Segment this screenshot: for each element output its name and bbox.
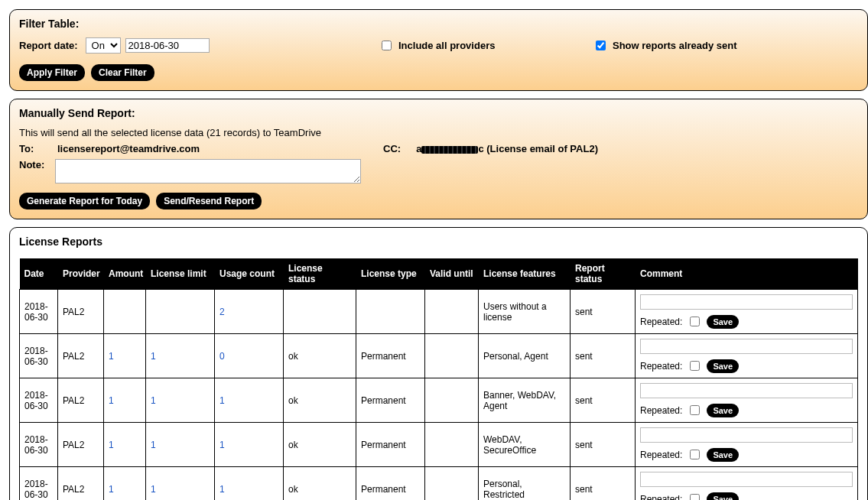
cell-type: Permanent [356,334,425,378]
column-header: License limit [146,258,215,290]
show-sent-checkbox[interactable] [596,41,606,50]
table-row: 2018-06-30PAL2111okPermanentWebDAV, Secu… [20,423,858,467]
cell-comment: Repeated:Save [636,423,858,467]
cell-usage: 0 [215,334,284,378]
column-header: Date [20,258,58,290]
to-value: licensereport@teamdrive.com [57,143,200,154]
cell-valid [425,467,479,501]
cell-usage: 1 [215,423,284,467]
cell-limit [146,290,215,334]
clear-filter-button[interactable]: Clear Filter [91,64,154,81]
cell-valid [425,334,479,378]
column-header: Usage count [215,258,284,290]
show-sent-label: Show reports already sent [613,40,737,51]
reports-title: License Reports [19,235,858,248]
cell-limit: 1 [146,334,215,378]
include-all-checkbox[interactable] [382,41,392,50]
cell-report_status: sent [571,423,636,467]
repeated-label: Repeated: [640,361,682,372]
column-header: Comment [636,258,858,290]
comment-input[interactable] [640,294,853,310]
report-date-label: Report date: [19,40,78,51]
cell-features: Personal, Agent [479,334,571,378]
repeated-label: Repeated: [640,405,682,416]
table-row: 2018-06-30PAL2110okPermanentPersonal, Ag… [20,334,858,378]
cc-label: CC: [383,143,401,154]
column-header: Provider [58,258,104,290]
column-header: License features [479,258,571,290]
report-date-input[interactable] [125,38,210,53]
reports-table: DateProviderAmountLicense limitUsage cou… [19,258,858,500]
table-row: 2018-06-30PAL22Users without a licensese… [20,290,858,334]
cell-features: Personal, Restricted [479,467,571,501]
cell-limit: 1 [146,378,215,423]
cell-amount: 1 [104,334,146,378]
cell-type [356,290,425,334]
repeated-checkbox[interactable] [690,361,700,371]
comment-input[interactable] [640,383,853,398]
save-button[interactable]: Save [707,404,739,417]
cell-provider: PAL2 [58,290,104,334]
redacted-icon [421,146,478,154]
cell-provider: PAL2 [58,423,104,467]
cell-usage: 1 [215,467,284,501]
save-button[interactable]: Save [707,448,739,462]
repeated-label: Repeated: [640,450,682,460]
save-button[interactable]: Save [707,315,739,329]
column-header: License type [356,258,425,290]
include-all-label: Include all providers [398,40,495,51]
cell-limit: 1 [146,467,215,501]
comment-input[interactable] [640,427,853,443]
cell-report_status: sent [571,467,636,501]
report-date-when-select[interactable]: On [86,37,121,54]
cell-date: 2018-06-30 [20,334,58,378]
repeated-checkbox[interactable] [690,405,700,415]
cell-provider: PAL2 [58,467,104,501]
send-title: Manually Send Report: [19,107,858,119]
cell-valid [425,378,479,423]
cell-status: ok [284,467,356,501]
cell-amount: 1 [104,378,146,423]
cell-comment: Repeated:Save [636,290,858,334]
repeated-checkbox[interactable] [690,317,700,326]
cell-comment: Repeated:Save [636,467,858,501]
column-header: Amount [104,258,146,290]
cell-report_status: sent [571,290,636,334]
column-header: License status [284,258,356,290]
cell-status: ok [284,378,356,423]
send-panel: Manually Send Report: This will send all… [9,99,868,219]
send-desc: This will send all the selected license … [19,127,858,138]
save-button[interactable]: Save [707,359,739,373]
cell-amount: 1 [104,423,146,467]
cell-status: ok [284,423,356,467]
to-label: To: [19,143,50,154]
comment-input[interactable] [640,339,853,354]
cell-type: Permanent [356,467,425,501]
repeated-checkbox[interactable] [690,494,700,500]
cell-usage: 1 [215,378,284,423]
filter-title: Filter Table: [19,18,858,30]
note-textarea[interactable] [55,159,361,183]
cell-comment: Repeated:Save [636,378,858,423]
cell-valid [425,290,479,334]
cell-features: Banner, WebDAV, Agent [479,378,571,423]
cell-amount [104,290,146,334]
send-resend-button[interactable]: Send/Resend Report [156,193,262,209]
apply-filter-button[interactable]: Apply Filter [19,64,85,81]
cell-provider: PAL2 [58,334,104,378]
save-button[interactable]: Save [707,492,739,501]
cell-status [284,290,356,334]
repeated-checkbox[interactable] [690,450,700,459]
generate-report-button[interactable]: Generate Report for Today [19,193,150,209]
cell-report_status: sent [571,334,636,378]
cell-valid [425,423,479,467]
repeated-label: Repeated: [640,494,682,501]
cell-report_status: sent [571,378,636,423]
filter-panel: Filter Table: Report date: On Include al… [9,9,868,91]
cell-type: Permanent [356,423,425,467]
cell-features: Users without a license [479,290,571,334]
repeated-label: Repeated: [640,317,682,327]
cell-comment: Repeated:Save [636,334,858,378]
comment-input[interactable] [640,472,853,487]
column-header: Report status [571,258,636,290]
